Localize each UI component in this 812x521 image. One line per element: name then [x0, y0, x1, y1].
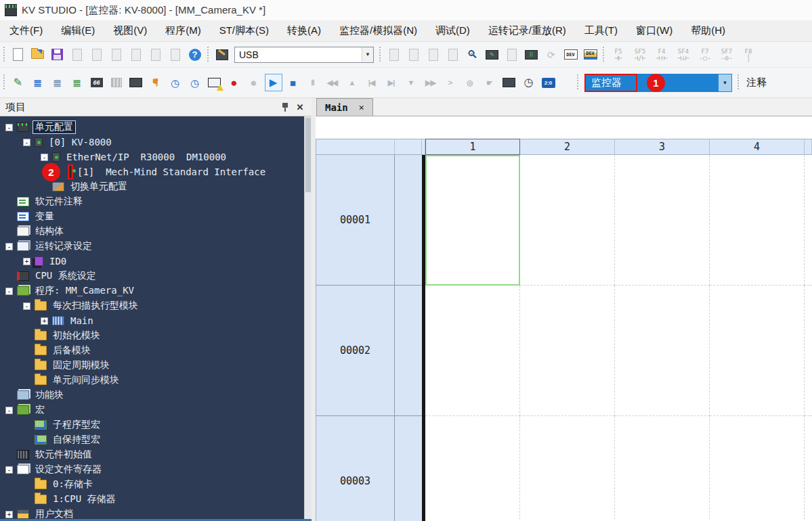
ladder-cell[interactable]: [805, 416, 812, 521]
continue-button[interactable]: >: [440, 73, 460, 92]
ladder-cell[interactable]: [520, 286, 615, 416]
tree-item-id0[interactable]: + ID0: [0, 254, 312, 269]
stopwatch-button[interactable]: ◷: [519, 73, 538, 92]
fkey-sf5-contact[interactable]: SF5 ⊣∕⊢: [629, 44, 651, 66]
tree-item-kv8000[interactable]: - [0] KV-8000: [0, 135, 312, 150]
tree-item-subroutine-macro[interactable]: 子程序型宏: [0, 417, 312, 432]
device-list-button[interactable]: ≣: [47, 73, 67, 92]
menu-st-script[interactable]: ST/脚本(S): [219, 24, 269, 37]
delete-button[interactable]: [126, 45, 146, 64]
tree-item-mech-mind-interface[interactable]: 2 [1] Mech-Mind Standard Interface: [0, 164, 312, 179]
fkey-f8-line[interactable]: F8 │: [738, 44, 759, 66]
ladder-cell[interactable]: [805, 155, 812, 286]
tree-item-inter-unit-sync-module[interactable]: 单元间同步模块: [0, 373, 312, 388]
tree-item-unit-config[interactable]: - 单元配置: [0, 120, 312, 135]
tree-item-device-comment[interactable]: 软元件注释: [0, 194, 312, 209]
menu-program[interactable]: 程序(M): [165, 24, 201, 37]
marker-button[interactable]: ◎: [460, 73, 479, 92]
tree-item-init-module[interactable]: 初始化模块: [0, 328, 312, 343]
help-button[interactable]: ?: [185, 45, 205, 64]
refresh-button[interactable]: ⟳: [541, 45, 561, 64]
menu-edit[interactable]: 编辑(E): [61, 24, 95, 37]
chevron-down-icon[interactable]: ▼: [719, 74, 731, 91]
tree-item-memory-card[interactable]: 0:存储卡: [0, 477, 312, 492]
read-program-button[interactable]: [443, 45, 463, 64]
device-usage-button[interactable]: 66: [87, 73, 106, 92]
collapse-icon[interactable]: -: [5, 124, 13, 131]
replay-play-button[interactable]: ▶: [263, 73, 283, 92]
menu-file[interactable]: 文件(F): [9, 24, 43, 37]
monitor-mode-combobox[interactable]: 监控器 ▼ 1: [584, 74, 732, 92]
expand-icon[interactable]: +: [5, 511, 13, 518]
save-as-button[interactable]: [67, 45, 87, 64]
ladder-cell[interactable]: [615, 155, 710, 286]
drag-pause-button[interactable]: ☛: [479, 73, 499, 92]
menu-debug[interactable]: 调试(D): [435, 24, 470, 37]
tree-item-main[interactable]: + Main: [0, 313, 312, 328]
registration-monitor-button[interactable]: ◷: [185, 73, 205, 92]
tree-item-user-documents[interactable]: + 用户文档: [0, 507, 312, 519]
fkey-sf7-coil[interactable]: SF7 -⊘-: [716, 44, 738, 66]
menu-convert[interactable]: 转换(A): [287, 24, 321, 37]
time-display-button[interactable]: 2:0: [538, 73, 558, 92]
tree-item-function-block[interactable]: 功能块: [0, 388, 312, 403]
collapse-icon[interactable]: -: [5, 243, 13, 250]
menu-window[interactable]: 窗口(W): [636, 24, 672, 37]
chevron-down-icon[interactable]: ▼: [362, 47, 373, 62]
replay-monitor-button[interactable]: [499, 73, 519, 92]
simulator-button[interactable]: [205, 73, 224, 92]
print-preview-button[interactable]: [165, 45, 185, 64]
ladder-cell[interactable]: [520, 416, 615, 521]
go-end-button[interactable]: ▶|: [381, 73, 401, 92]
rung-label-00003[interactable]: 00003: [316, 416, 395, 521]
collapse-icon[interactable]: -: [41, 154, 48, 161]
fkey-f5-contact[interactable]: F5 ⊣⊢: [607, 44, 629, 66]
record-button[interactable]: ●: [224, 73, 244, 92]
grid-column-header-4[interactable]: 4: [710, 139, 805, 155]
toolbar-grip[interactable]: [2, 74, 7, 91]
open-project-button[interactable]: [28, 45, 47, 64]
tree-item-cpu-system-settings[interactable]: CPU 系统设定: [0, 269, 312, 284]
skip-end-button[interactable]: ▶▶: [421, 73, 440, 92]
menu-help[interactable]: 帮助(H): [691, 24, 725, 37]
go-start-button[interactable]: |◀: [362, 73, 381, 92]
ladder-cell[interactable]: [710, 286, 805, 416]
print-button[interactable]: [146, 45, 165, 64]
tree-item-runlog-settings[interactable]: - 运转记录设定: [0, 239, 312, 254]
ladder-cell[interactable]: [615, 286, 710, 416]
forced-refresh-button[interactable]: ☛: [146, 73, 165, 92]
toolbar-grip[interactable]: [736, 74, 741, 91]
tree-item-cpu-memory[interactable]: 1:CPU 存储器: [0, 492, 312, 507]
comm-settings-button[interactable]: [212, 45, 232, 64]
ladder-cell[interactable]: [615, 416, 710, 521]
toolbar-grip[interactable]: [2, 47, 7, 63]
fkey-f7-coil[interactable]: F7 -○-: [694, 44, 716, 66]
toolbar-grip[interactable]: [378, 47, 383, 63]
menu-replay[interactable]: 运转记录/重放(R): [488, 24, 566, 37]
device-comment-list-button[interactable]: ≣: [28, 73, 47, 92]
grid-column-header-2[interactable]: 2: [520, 139, 615, 155]
tree-item-macro[interactable]: - 宏: [0, 403, 312, 417]
replay-stop-button[interactable]: ■: [283, 73, 303, 92]
toolbar-grip[interactable]: [206, 47, 211, 63]
ladder-cell[interactable]: [710, 155, 805, 286]
tree-item-fixed-cycle-module[interactable]: 固定周期模块: [0, 358, 312, 373]
unit-monitor-button[interactable]: [126, 73, 146, 92]
pause-button[interactable]: Ⅱ: [303, 73, 322, 92]
pin-button[interactable]: [279, 101, 291, 113]
tree-item-backup-module[interactable]: 后备模块: [0, 343, 312, 358]
ladder-edit-button[interactable]: ✎: [8, 73, 28, 92]
tree-item-self-hold-macro[interactable]: 自保持型宏: [0, 432, 312, 447]
collapse-icon[interactable]: -: [5, 407, 13, 414]
monitor-edit-button[interactable]: ✎: [482, 45, 502, 64]
collapse-icon[interactable]: -: [5, 466, 13, 474]
expand-icon[interactable]: +: [23, 258, 30, 265]
tree-item-file-register-settings[interactable]: - 设定文件寄存器: [0, 462, 312, 477]
menu-monitor-simulator[interactable]: 监控器/模拟器(N): [339, 24, 417, 37]
transfer-to-plc-button[interactable]: [384, 45, 404, 64]
tree-item-variables[interactable]: 变量: [0, 209, 312, 224]
toolbar-grip[interactable]: [576, 74, 580, 91]
tree-item-scan-module[interactable]: - 每次扫描执行型模块: [0, 298, 312, 313]
ladder-cell[interactable]: [425, 416, 520, 521]
tree-scrollbar[interactable]: [304, 116, 312, 519]
